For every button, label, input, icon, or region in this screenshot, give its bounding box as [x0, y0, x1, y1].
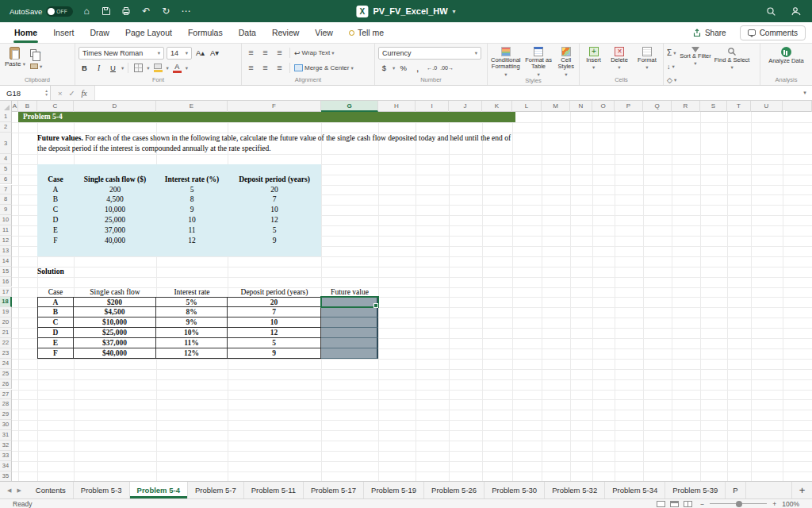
sheet-tab-problem-5-7[interactable]: Problem 5-7: [188, 482, 244, 498]
clear-button[interactable]: ◇▾: [667, 75, 676, 85]
align-bottom-button[interactable]: ≡: [274, 47, 285, 59]
sheet-tab-problem-5-19[interactable]: Problem 5-19: [364, 482, 424, 498]
column-header-Q[interactable]: Q: [643, 101, 672, 112]
font-name-select[interactable]: Times New Roman▾: [79, 47, 164, 60]
merge-center-button[interactable]: Merge & Center▾: [294, 63, 354, 73]
analyze-data-button[interactable]: Analyze Data: [768, 46, 804, 64]
fill-color-button[interactable]: [152, 62, 164, 74]
row-header-31[interactable]: 31: [0, 430, 12, 441]
document-title-area[interactable]: X PV_FV_Excel_HW ▾: [356, 6, 455, 17]
ribbon-tab-data[interactable]: Data: [231, 22, 264, 43]
sheet-tab-problem-5-11[interactable]: Problem 5-11: [244, 482, 304, 498]
column-header-H[interactable]: H: [378, 101, 416, 112]
column-header-partial[interactable]: [783, 101, 812, 112]
increase-decimal-button[interactable]: ←.0: [426, 62, 438, 74]
ribbon-tab-page-layout[interactable]: Page Layout: [117, 22, 180, 43]
row-header-21[interactable]: 21: [0, 328, 12, 338]
row-header-6[interactable]: 6: [0, 175, 12, 185]
share-user-icon[interactable]: [790, 4, 802, 18]
sheet-tab-partial[interactable]: P: [726, 482, 745, 498]
row-header-1[interactable]: 1: [0, 112, 12, 122]
row-header-15[interactable]: 15: [0, 267, 12, 277]
row-header-25[interactable]: 25: [0, 369, 12, 379]
cancel-entry-button[interactable]: ×: [58, 89, 63, 98]
bold-button[interactable]: B: [79, 62, 90, 74]
comma-style-button[interactable]: ,: [412, 62, 423, 74]
column-header-B[interactable]: B: [18, 101, 37, 112]
ribbon-tab-review[interactable]: Review: [264, 22, 307, 43]
search-icon[interactable]: [764, 4, 777, 18]
column-header-C[interactable]: C: [37, 101, 74, 112]
paste-button[interactable]: Paste ▾: [3, 46, 27, 69]
row-header-5[interactable]: 5: [0, 164, 12, 175]
row-header-4[interactable]: 4: [0, 154, 12, 164]
column-header-R[interactable]: R: [672, 101, 700, 112]
redo-icon[interactable]: ↻: [159, 4, 172, 18]
column-header-L[interactable]: L: [512, 101, 542, 112]
fill-button[interactable]: ↓▾: [667, 61, 676, 71]
copy-button[interactable]: ▾: [30, 48, 42, 58]
autosum-button[interactable]: Σ▾: [667, 48, 676, 58]
sheet-tab-problem-5-32[interactable]: Problem 5-32: [545, 482, 605, 498]
row-header-16[interactable]: 16: [0, 277, 12, 287]
sort-filter-button[interactable]: Sort & Filter▾: [680, 46, 711, 66]
row-header-32[interactable]: 32: [0, 441, 12, 451]
row-header-17[interactable]: 17: [0, 287, 12, 298]
row-header-13[interactable]: 13: [0, 246, 12, 256]
ribbon-tab-draw[interactable]: Draw: [82, 22, 117, 43]
normal-view-icon[interactable]: [657, 501, 665, 507]
row-header-9[interactable]: 9: [0, 205, 12, 215]
find-select-button[interactable]: Find & Select▾: [714, 46, 750, 70]
sheet-nav-right-icon[interactable]: ▶: [17, 487, 21, 494]
future-value-cell[interactable]: [321, 348, 378, 359]
column-header-K[interactable]: K: [482, 101, 512, 112]
select-all-corner[interactable]: [0, 101, 12, 112]
sheet-tab-problem-5-39[interactable]: Problem 5-39: [665, 482, 726, 498]
font-color-button[interactable]: A: [171, 62, 183, 74]
format-cells-button[interactable]: Format▾: [638, 46, 657, 70]
underline-button[interactable]: U: [107, 62, 119, 74]
column-header-N[interactable]: N: [570, 101, 592, 112]
row-header-30[interactable]: 30: [0, 420, 12, 430]
decrease-decimal-button[interactable]: .00→: [440, 62, 454, 74]
future-value-cell[interactable]: [321, 297, 378, 307]
column-header-S[interactable]: S: [700, 101, 727, 112]
italic-button[interactable]: I: [93, 62, 105, 74]
row-header-7[interactable]: 7: [0, 185, 12, 195]
zoom-slider[interactable]: [710, 503, 767, 504]
align-right-button[interactable]: ≡: [274, 62, 285, 74]
row-header-34[interactable]: 34: [0, 461, 12, 471]
add-sheet-button[interactable]: +: [791, 482, 812, 498]
align-left-button[interactable]: ≡: [245, 62, 257, 74]
sheet-tab-problem-5-26[interactable]: Problem 5-26: [424, 482, 485, 498]
ribbon-tab-home[interactable]: Home: [6, 22, 45, 43]
print-icon[interactable]: [120, 4, 132, 18]
row-header-35[interactable]: 35: [0, 471, 12, 481]
enter-entry-button[interactable]: ✓: [69, 89, 75, 98]
column-header-E[interactable]: E: [156, 101, 228, 112]
zoom-slider-knob[interactable]: [736, 501, 742, 507]
insert-function-button[interactable]: fx: [82, 89, 87, 98]
row-header-26[interactable]: 26: [0, 379, 12, 390]
borders-button[interactable]: [132, 62, 144, 74]
row-header-27[interactable]: 27: [0, 390, 12, 400]
row-header-28[interactable]: 28: [0, 399, 12, 410]
autosave-toggle[interactable]: AutoSave OFF: [10, 6, 73, 17]
column-header-I[interactable]: I: [416, 101, 449, 112]
align-top-button[interactable]: ≡: [245, 47, 257, 59]
page-break-view-icon[interactable]: [684, 501, 692, 507]
column-header-J[interactable]: J: [449, 101, 482, 112]
row-header-20[interactable]: 20: [0, 318, 12, 328]
column-header-P[interactable]: P: [615, 101, 643, 112]
ribbon-tab-insert[interactable]: Insert: [45, 22, 82, 43]
column-header-M[interactable]: M: [542, 101, 570, 112]
row-header-8[interactable]: 8: [0, 194, 12, 205]
sheet-nav-left-icon[interactable]: ◀: [7, 487, 11, 494]
row-header-2[interactable]: 2: [0, 122, 12, 133]
sheet-tab-problem-5-3[interactable]: Problem 5-3: [74, 482, 130, 498]
formula-input[interactable]: [95, 86, 798, 100]
zoom-out-icon[interactable]: −: [700, 500, 704, 508]
formula-bar-expand-icon[interactable]: ▾: [798, 86, 812, 100]
future-value-cell[interactable]: [321, 338, 378, 348]
conditional-formatting-button[interactable]: Conditional Formatting▾: [491, 46, 521, 77]
